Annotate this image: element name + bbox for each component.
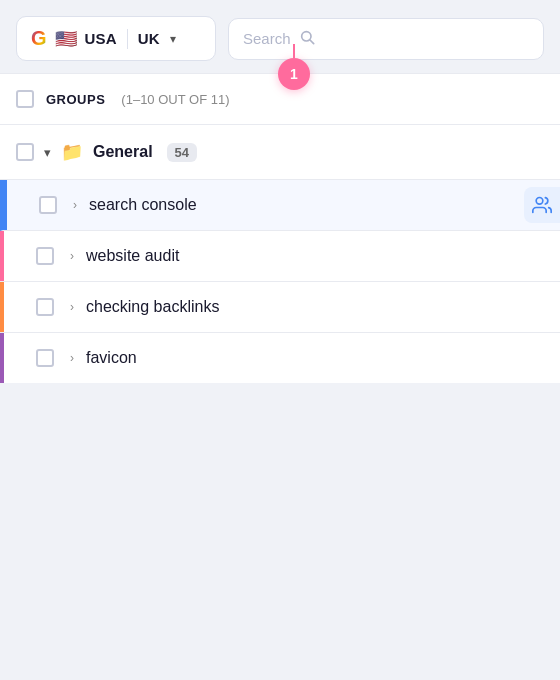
list-item[interactable]: › website audit [0,231,560,282]
search-icon [299,29,315,49]
user-group-icon[interactable] [524,187,560,223]
locale-code: UK [138,30,160,47]
expand-icon[interactable]: › [73,198,77,212]
general-group-name: General [93,143,153,161]
list-item[interactable]: › favicon [0,333,560,383]
item-name: search console [89,196,197,214]
item-checkbox[interactable] [36,298,54,316]
accent-bar [0,231,4,281]
expand-icon[interactable]: › [70,351,74,365]
chevron-down-icon: ▾ [170,32,176,46]
region-name: USA [85,30,117,47]
list-item[interactable]: › checking backlinks [0,282,560,333]
step-badge: 1 [278,58,310,90]
list-container: GROUPS (1–10 OUT OF 11) ▾ 📁 General 54 ›… [0,73,560,383]
search-box[interactable]: Search [228,18,544,60]
region-selector[interactable]: G 🇺🇸 USA UK ▾ [16,16,216,61]
search-placeholder-text: Search [243,30,291,47]
item-checkbox[interactable] [36,247,54,265]
item-checkbox[interactable] [36,349,54,367]
general-checkbox[interactable] [16,143,34,161]
accent-bar [0,333,4,383]
groups-label: GROUPS [46,92,105,107]
accent-bar [3,180,7,230]
item-name: favicon [86,349,137,367]
item-name: checking backlinks [86,298,219,316]
list-item[interactable]: › search console [0,180,560,231]
item-name: website audit [86,247,179,265]
svg-line-1 [310,40,314,44]
expand-icon[interactable]: › [70,249,74,263]
groups-count: (1–10 OUT OF 11) [121,92,229,107]
general-group-row[interactable]: ▾ 📁 General 54 [0,125,560,180]
accent-bar [0,282,4,332]
expand-icon[interactable]: › [70,300,74,314]
google-logo: G [31,27,47,50]
region-divider [127,29,128,49]
item-checkbox[interactable] [39,196,57,214]
badge-line [293,44,295,58]
general-item-count: 54 [167,143,197,162]
groups-select-all-checkbox[interactable] [16,90,34,108]
svg-point-2 [536,198,543,205]
flag-icon: 🇺🇸 [55,28,77,50]
step-badge-container: 1 [278,58,310,90]
collapse-icon[interactable]: ▾ [44,145,51,160]
folder-icon: 📁 [61,141,83,163]
